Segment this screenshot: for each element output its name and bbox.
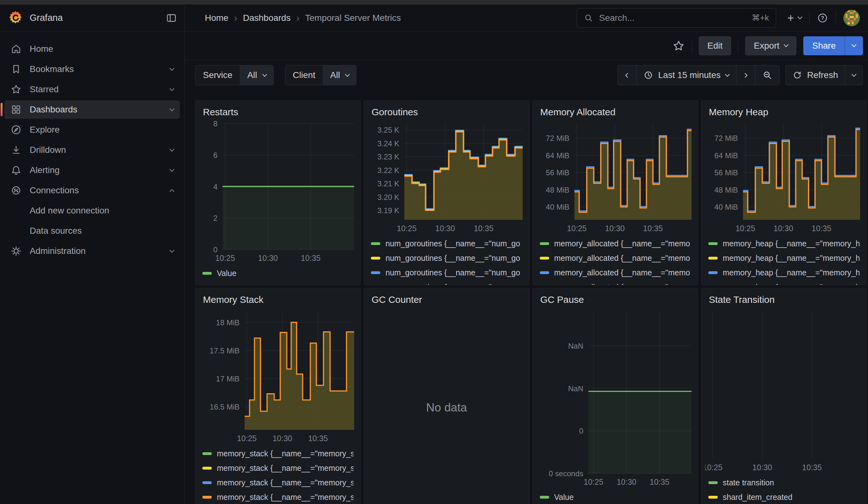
legend-item[interactable]: memory_allocated {__name__="memo [540,236,691,251]
avatar[interactable] [844,10,860,26]
time-range-picker[interactable]: Last 15 minutes [636,65,736,85]
panel-title[interactable]: Memory Heap [701,105,866,119]
bell-icon [11,165,21,176]
add-button[interactable] [786,13,802,23]
edit-button[interactable]: Edit [699,36,731,55]
sidebar-item-home[interactable]: Home [4,40,180,58]
search-input-box[interactable]: ⌘+k [577,8,776,28]
legend-item[interactable]: memory_allocated {__name__="memo [540,265,691,280]
variable-value-dropdown[interactable]: All [323,65,356,85]
panel-title[interactable]: Restarts [195,105,360,119]
refresh-button[interactable]: Refresh [786,65,845,85]
svg-text:17.5 MiB: 17.5 MiB [209,347,240,355]
legend-item[interactable]: Value [540,490,691,504]
panel-title[interactable]: Memory Allocated [533,105,698,119]
zoom-out-icon [762,70,772,80]
apps-icon [11,104,21,115]
legend-item[interactable]: Value [202,266,353,280]
svg-text:0: 0 [579,426,583,435]
sidebar-item-add-new-connection[interactable]: Add new connection [4,202,180,220]
legend-item[interactable]: num_goroutines {__name__="num_go [371,280,522,285]
legend: memory_allocated {__name__="memo memory_… [533,234,698,285]
sidebar-item-alerting[interactable]: Alerting [4,161,180,179]
legend-item[interactable]: memory_heap {__name__="memory_h [708,280,859,285]
svg-text:8: 8 [213,121,217,128]
time-shift-forward-button[interactable] [736,65,755,85]
legend: memory_stack {__name__="memory_s memory_… [195,444,360,504]
gc-pause-chart[interactable]: 0 seconds0NaNNaN10:2510:3010:35 [537,309,694,488]
svg-text:10:30: 10:30 [605,224,624,233]
restarts-chart[interactable]: 0246810:2510:3010:35 [199,121,356,264]
sidebar-toggle-icon[interactable] [166,13,177,23]
sidebar-item-explore[interactable]: Explore [4,121,180,139]
sidebar-item-connections[interactable]: Connections [4,181,180,199]
svg-text:10:30: 10:30 [617,477,636,486]
panel-title[interactable]: GC Pause [533,293,698,307]
panel-title[interactable]: GC Counter [364,293,529,307]
svg-text:10:25: 10:25 [237,434,257,443]
variable-value-dropdown[interactable]: All [240,65,273,85]
legend-item[interactable]: memory_stack {__name__="memory_s [202,446,353,461]
panel-title[interactable]: State Transition [701,293,866,307]
variable-service: Service All [195,65,273,85]
share-split-button: Share [803,36,863,55]
sidebar-item-data-sources[interactable]: Data sources [4,222,180,240]
legend-item[interactable]: num_goroutines {__name__="num_go [371,265,522,280]
legend-item[interactable]: memory_stack {__name__="memory_s [202,461,353,475]
legend-item[interactable]: memory_stack {__name__="memory_s [202,475,353,490]
breadcrumb-dashboards[interactable]: Dashboards [243,13,291,23]
sidebar-item-dashboards[interactable]: Dashboards [4,101,180,119]
legend-item[interactable]: memory_heap {__name__="memory_h [708,251,859,265]
gear-icon [11,246,21,256]
legend-swatch [371,257,380,260]
export-button[interactable]: Export [745,36,796,55]
legend-swatch [708,257,718,260]
memory-heap-chart[interactable]: 40 MiB48 MiB56 MiB64 MiB72 MiB10:2510:30… [705,121,862,234]
drilldown-icon [11,145,21,155]
sidebar-item-bookmarks[interactable]: Bookmarks [4,60,180,78]
legend-item[interactable]: memory_allocated {__name__="memo [540,251,691,265]
svg-text:10:35: 10:35 [802,463,822,472]
legend-item[interactable]: num_goroutines {__name__="num_go [371,236,522,251]
legend-item[interactable]: memory_heap {__name__="memory_h [708,236,859,251]
share-button[interactable]: Share [803,36,845,55]
svg-text:3.23 K: 3.23 K [378,153,399,161]
legend-swatch [202,481,212,484]
memory-allocated-chart[interactable]: 40 MiB48 MiB56 MiB64 MiB72 MiB10:2510:30… [537,121,694,234]
memory-stack-chart[interactable]: 16.5 MiB17 MiB17.5 MiB18 MiB10:2510:3010… [199,309,356,444]
time-controls: Last 15 minutes Refres [617,65,863,85]
help-button[interactable]: ? [817,13,828,23]
legend-item[interactable]: memory_heap {__name__="memory_h [708,265,859,280]
sidebar-item-label: Add new connection [30,206,109,216]
chevron-down-icon [784,42,789,48]
sidebar-item-drilldown[interactable]: Drilldown [4,141,180,159]
state-transition-chart[interactable]: 10:2510:3010:35 [705,309,862,473]
legend-item[interactable]: num_goroutines {__name__="num_go [371,251,522,265]
panel-title[interactable]: Memory Stack [195,293,360,307]
refresh-interval-button[interactable] [845,65,862,85]
goroutines-chart[interactable]: 3.19 K3.20 K3.21 K3.22 K3.23 K3.24 K3.25… [368,121,525,234]
share-menu-button[interactable] [845,36,863,55]
legend-item[interactable]: memory_allocated {__name__="memo [540,280,691,285]
app-layout: Home Bookmarks Starred Dashboards Explor… [0,32,868,504]
legend-swatch [708,271,718,274]
favorite-star-button[interactable] [673,40,685,52]
breadcrumb-home[interactable]: Home [205,13,228,23]
svg-text:10:25: 10:25 [735,224,755,233]
legend-label: num_goroutines {__name__="num_go [385,239,520,248]
time-shift-back-button[interactable] [618,65,636,85]
search-input[interactable] [598,13,747,23]
sidebar-item-administration[interactable]: Administration [4,242,180,260]
legend-item[interactable]: state transition [708,475,859,490]
legend-item[interactable]: shard_item_created [708,490,859,504]
legend-item[interactable]: memory_stack {__name__="memory_s [202,490,353,504]
sidebar-item-starred[interactable]: Starred [4,80,180,99]
svg-text:NaN: NaN [568,384,583,393]
panel-title[interactable]: Goroutines [364,105,529,119]
legend-swatch [371,271,380,274]
legend-label: memory_stack {__name__="memory_s [217,464,353,473]
svg-text:16.5 MiB: 16.5 MiB [209,403,240,411]
svg-text:10:25: 10:25 [567,224,587,233]
legend-swatch [202,272,212,275]
time-zoom-out-button[interactable] [755,65,779,85]
